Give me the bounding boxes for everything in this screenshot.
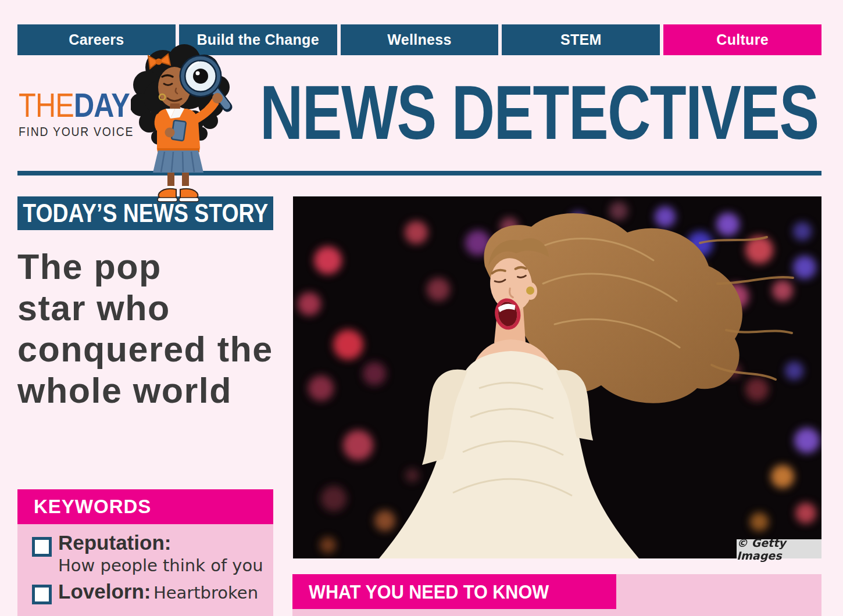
logo-wordmark: THEDAY <box>19 88 131 122</box>
logo-day: DAY <box>74 86 130 124</box>
headline-line: star who <box>17 288 291 329</box>
headline: The pop star who conquered the whole wor… <box>17 246 291 411</box>
sneakers-icon <box>158 189 199 202</box>
keyword-definition: How people think of you <box>58 556 263 575</box>
headline-line: The pop <box>17 246 291 288</box>
keyword-checkbox-lovelorn[interactable] <box>32 585 52 604</box>
logo-the: THE <box>19 86 74 124</box>
tab-wellness[interactable]: Wellness <box>341 24 499 55</box>
keyword-line: Lovelorn: Heartbroken <box>58 580 258 603</box>
need-to-know-header: WHAT YOU NEED TO KNOW <box>292 574 616 609</box>
keywords-panel: Reputation: How people think of you Love… <box>17 524 273 616</box>
photo-credit: © Getty Images <box>737 539 821 558</box>
left-hand <box>165 128 175 138</box>
story-photo: © Getty Images <box>293 196 821 558</box>
headline-line: whole world <box>17 370 291 411</box>
left-arm <box>159 117 165 132</box>
keyword-term: Lovelorn: <box>58 580 151 603</box>
keyword-definition: Heartbroken <box>153 583 258 603</box>
tab-stem[interactable]: STEM <box>502 24 660 55</box>
headline-line: conquered the <box>17 329 291 370</box>
concert-photo-illustration <box>293 196 821 558</box>
detective-girl-mascot-illustration <box>131 40 250 205</box>
right-leg <box>182 173 189 188</box>
keyword-checkbox-reputation[interactable] <box>32 537 52 557</box>
worksheet-page: Careers Build the Change Wellness STEM C… <box>0 0 843 616</box>
left-leg <box>167 173 174 188</box>
logo-tagline: FIND YOUR VOICE <box>19 124 136 139</box>
need-to-know-title: WHAT YOU NEED TO KNOW <box>309 574 549 609</box>
keywords-header: KEYWORDS <box>17 489 273 524</box>
keyword-term: Reputation: <box>58 531 171 554</box>
skirt <box>153 151 203 173</box>
page-title: NEWS DETECTIVES <box>260 83 704 146</box>
need-to-know-panel: WHAT YOU NEED TO KNOW <box>292 574 821 616</box>
tab-culture[interactable]: Culture <box>663 24 821 55</box>
